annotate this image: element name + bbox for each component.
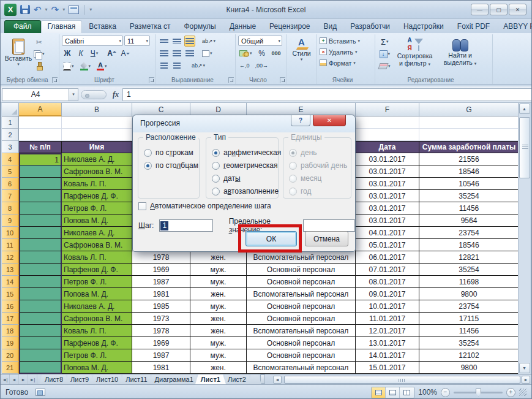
- align-bottom-button[interactable]: [184, 36, 195, 47]
- cell-type[interactable]: Основной персонал: [247, 349, 356, 362]
- formula-input[interactable]: 1: [122, 88, 531, 101]
- cell-date[interactable]: 15.01.2017: [356, 362, 419, 374]
- cell-salary[interactable]: 23754: [419, 300, 519, 313]
- limit-input[interactable]: [303, 219, 355, 232]
- tab-splitter[interactable]: [260, 374, 265, 384]
- hscroll-left-icon[interactable]: ◄: [273, 376, 282, 384]
- radio-option[interactable]: арифметическая: [212, 148, 281, 157]
- cell-date[interactable]: 14.01.2017: [356, 349, 419, 362]
- cell-salary[interactable]: 21556: [419, 153, 519, 165]
- cell-gender[interactable]: жен.: [190, 313, 247, 325]
- cell-type[interactable]: Вспомогательный персонал: [247, 325, 356, 337]
- cell-date[interactable]: 13.01.2017: [356, 337, 419, 349]
- sheet-tab-Лист11[interactable]: Лист11: [120, 374, 152, 384]
- cell-number[interactable]: 1: [19, 153, 62, 165]
- cell[interactable]: [19, 129, 62, 141]
- cell-name[interactable]: Николаев А. Д.: [62, 227, 132, 239]
- grow-font-button[interactable]: А: [106, 48, 117, 59]
- cell-name[interactable]: Коваль Л. П.: [62, 178, 132, 190]
- tab-data[interactable]: Данные: [223, 20, 263, 33]
- redo-icon[interactable]: ↷: [51, 6, 59, 14]
- cell-number[interactable]: [19, 202, 62, 215]
- cell-date[interactable]: 03.01.2017: [356, 165, 419, 178]
- name-box[interactable]: A4: [2, 88, 69, 101]
- cell-salary-header[interactable]: Сумма заработной платы: [419, 141, 519, 153]
- cell-date[interactable]: 03.01.2017: [356, 190, 419, 202]
- insert-cells-button[interactable]: +Вставить▾: [319, 36, 372, 46]
- cell-name[interactable]: Сафронова В. М.: [62, 165, 132, 178]
- increase-indent-button[interactable]: [171, 60, 182, 71]
- cell[interactable]: [62, 116, 132, 129]
- row-header-7[interactable]: 7: [2, 190, 19, 202]
- cell-gender[interactable]: жен.: [190, 362, 247, 374]
- paste-button[interactable]: Вставить ▾: [4, 36, 32, 75]
- tab-page-layout[interactable]: Разметка ст: [123, 20, 178, 33]
- sheet-tab-Диаграмма1[interactable]: Диаграмма1: [149, 374, 199, 384]
- cell-name[interactable]: Сафронова В. М.: [62, 239, 132, 251]
- row-header-15[interactable]: 15: [2, 288, 19, 300]
- zoom-slider[interactable]: [454, 392, 503, 393]
- vertical-scrollbar[interactable]: ▲ ▼: [518, 103, 530, 374]
- row-header-16[interactable]: 16: [2, 300, 19, 313]
- cell-gender[interactable]: муж.: [190, 264, 247, 276]
- cell-year[interactable]: 1985: [132, 300, 190, 313]
- cell-date[interactable]: 03.01.2017: [356, 215, 419, 227]
- cell-year[interactable]: 1969: [132, 337, 190, 349]
- wrap-text-button[interactable]: ab↗▾: [190, 60, 206, 71]
- zoom-level[interactable]: 100%: [418, 388, 437, 397]
- cell-number[interactable]: [19, 190, 62, 202]
- horizontal-scroll-thumb[interactable]: [284, 376, 520, 384]
- radio-icon[interactable]: [212, 162, 220, 170]
- cell[interactable]: [356, 129, 419, 141]
- tab-foxit[interactable]: Foxit PDF: [451, 20, 496, 33]
- cell-year[interactable]: 1978: [132, 251, 190, 264]
- tab-home[interactable]: Главная: [41, 20, 83, 33]
- cell-number[interactable]: [19, 239, 62, 251]
- cell-salary[interactable]: 17115: [419, 313, 519, 325]
- cell-gender[interactable]: жен.: [190, 251, 247, 264]
- next-sheet-icon[interactable]: ►: [19, 374, 28, 384]
- cell-name[interactable]: Коваль Л. П.: [62, 251, 132, 264]
- zoom-slider-thumb[interactable]: [476, 389, 481, 397]
- horizontal-scrollbar[interactable]: ◄ ►: [273, 374, 531, 384]
- italic-button[interactable]: К: [75, 48, 86, 59]
- cell-gender[interactable]: жен.: [190, 288, 247, 300]
- sheet-tab-Лист10[interactable]: Лист10: [91, 374, 124, 384]
- column-header-F[interactable]: F: [356, 103, 419, 116]
- cell-year[interactable]: 1969: [132, 264, 190, 276]
- cell-number[interactable]: [19, 165, 62, 178]
- underline-button[interactable]: Ч▾: [89, 48, 100, 59]
- cell-date[interactable]: 03.01.2017: [356, 178, 419, 190]
- cell-date[interactable]: 12.01.2017: [356, 325, 419, 337]
- shrink-font-button[interactable]: А: [119, 48, 130, 59]
- cell-name[interactable]: Парфенов Д. Ф.: [62, 190, 132, 202]
- cell-date[interactable]: 08.01.2017: [356, 276, 419, 288]
- undo-dropdown-icon[interactable]: ▾: [45, 7, 48, 12]
- cell-date[interactable]: 06.01.2017: [356, 251, 419, 264]
- cell-number[interactable]: [19, 178, 62, 190]
- font-dialog-launcher-icon[interactable]: [149, 77, 154, 83]
- scroll-down-icon[interactable]: ▼: [519, 363, 530, 373]
- cancel-button[interactable]: Отмена: [305, 231, 348, 246]
- cell-year[interactable]: 1973: [132, 313, 190, 325]
- increase-decimal-button[interactable]: ←,0: [238, 60, 251, 71]
- cell-number[interactable]: [19, 227, 62, 239]
- font-name-select[interactable]: Calibri▾: [62, 36, 123, 46]
- tab-file[interactable]: Файл: [4, 20, 41, 33]
- restore-button[interactable]: ▢: [490, 4, 508, 15]
- number-format-select[interactable]: Общий▾: [238, 36, 282, 46]
- row-header-20[interactable]: 20: [2, 349, 19, 362]
- align-center-button[interactable]: [171, 48, 182, 59]
- column-header-G[interactable]: G: [419, 103, 519, 116]
- row-header-11[interactable]: 11: [2, 239, 19, 251]
- formula-bar-handle[interactable]: [81, 90, 107, 99]
- sheet-tab-Лист1[interactable]: Лист1: [195, 374, 226, 384]
- row-header-21[interactable]: 21: [2, 362, 19, 374]
- row-header-6[interactable]: 6: [2, 178, 19, 190]
- cell-year[interactable]: 1981: [132, 362, 190, 374]
- cell-number[interactable]: [19, 264, 62, 276]
- format-cells-button[interactable]: Формат▾: [319, 58, 372, 68]
- column-header-B[interactable]: B: [62, 103, 132, 116]
- radio-icon[interactable]: [212, 188, 220, 196]
- cell-number[interactable]: [19, 313, 62, 325]
